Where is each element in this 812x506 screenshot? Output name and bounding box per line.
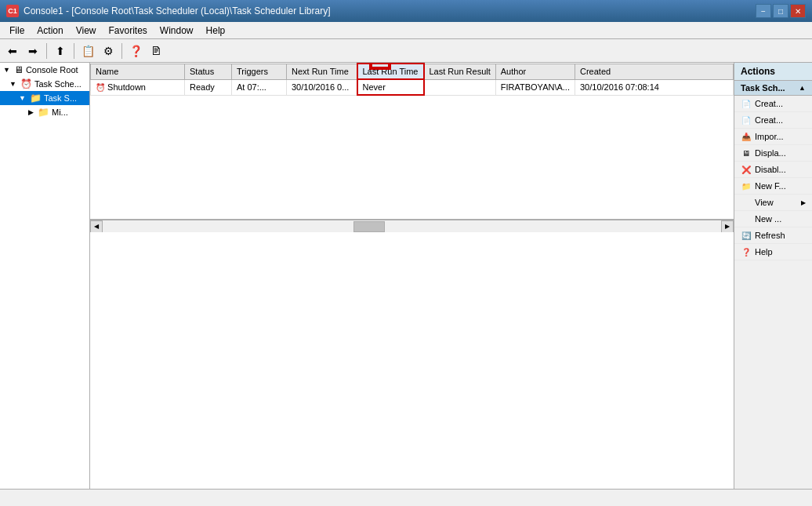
scroll-thumb[interactable] xyxy=(353,221,385,232)
main-area: ▼ 🖥 Console Root ▼ ⏰ Task Sche... ▼ 📁 Ta… xyxy=(0,63,812,489)
tree-item-task-scheduler[interactable]: ▼ ⏰ Task Sche... xyxy=(0,77,89,91)
cell-next-run-time: 30/10/2016 0... xyxy=(287,79,357,95)
menu-view[interactable]: View xyxy=(70,24,103,38)
table-header-row: Name Status Triggers Next Run Time Last … xyxy=(91,64,734,79)
table-row[interactable]: ⏰ Shutdown Ready At 07:... 30/10/2016 0.… xyxy=(91,79,734,95)
show-hide-button[interactable]: 📋 xyxy=(78,42,97,60)
action-disable-label: Disabl... xyxy=(755,165,786,174)
col-last-run-time[interactable]: Last Run Time xyxy=(357,64,424,79)
action-create-basic[interactable]: 📄 Creat... xyxy=(734,96,812,112)
scroll-left-arrow[interactable]: ◀ xyxy=(90,220,103,233)
task-scheduler-icon: ⏰ xyxy=(20,78,32,89)
console-root-label: Console Root xyxy=(26,65,78,75)
task-scheduler-label: Task Sche... xyxy=(34,79,82,89)
col-triggers[interactable]: Triggers xyxy=(232,64,287,79)
horizontal-scrollbar[interactable]: ◀ ▶ xyxy=(90,220,734,232)
forward-button[interactable]: ➡ xyxy=(24,42,42,60)
action-view-label: View xyxy=(755,198,774,207)
create-task-icon: 📄 xyxy=(741,115,752,126)
task-library-icon: 📁 xyxy=(30,93,42,104)
import-icon: 📥 xyxy=(741,131,752,142)
cell-status: Ready xyxy=(185,79,232,95)
close-button[interactable]: ✕ xyxy=(790,4,806,18)
center-panel: Name Status Triggers Next Run Time Last … xyxy=(90,63,734,489)
expand-console-root[interactable]: ▼ xyxy=(3,66,10,74)
tree-item-microsoft[interactable]: ▶ 📁 Mi... xyxy=(0,105,89,119)
toolbar-separator-2 xyxy=(74,43,74,59)
new-folder-icon: 📁 xyxy=(741,180,752,191)
expand-microsoft[interactable]: ▶ xyxy=(28,108,34,116)
action-refresh-label: Refresh xyxy=(755,231,785,240)
menu-action[interactable]: Action xyxy=(31,24,69,38)
action-new-window[interactable]: New ... xyxy=(734,211,812,228)
scroll-track[interactable] xyxy=(103,220,721,232)
action-import[interactable]: 📥 Impor... xyxy=(734,129,812,145)
col-created[interactable]: Created xyxy=(575,64,733,79)
menu-favorites[interactable]: Favorites xyxy=(103,24,154,38)
microsoft-label: Mi... xyxy=(52,107,68,117)
create-basic-icon: 📄 xyxy=(741,98,752,109)
col-next-run-time[interactable]: Next Run Time xyxy=(287,64,357,79)
col-last-run-result[interactable]: Last Run Result xyxy=(424,64,496,79)
tree-item-task-scheduler-library[interactable]: ▼ 📁 Task S... xyxy=(0,91,89,105)
col-status[interactable]: Status xyxy=(185,64,232,79)
cell-triggers: At 07:... xyxy=(232,79,287,95)
action-help-label: Help xyxy=(755,247,773,257)
cell-author: FIRATBOYAN\A... xyxy=(495,79,575,95)
action-help[interactable]: ❓ Help xyxy=(734,244,812,260)
action-create-basic-label: Creat... xyxy=(755,99,783,108)
menu-window[interactable]: Window xyxy=(154,24,200,38)
display-icon: 🖥 xyxy=(741,147,752,158)
cell-last-run-result xyxy=(424,79,496,95)
action-display[interactable]: 🖥 Displa... xyxy=(734,145,812,162)
console-root-icon: 🖥 xyxy=(14,64,24,75)
action-import-label: Impor... xyxy=(755,132,784,141)
scroll-right-arrow[interactable]: ▶ xyxy=(721,220,734,233)
toolbar-separator-1 xyxy=(46,43,47,59)
cell-name: ⏰ Shutdown xyxy=(91,79,185,95)
toolbar: ⬅ ➡ ⬆ 📋 ⚙ ❓ 🖹 xyxy=(0,39,812,63)
refresh-icon: 🔄 xyxy=(741,230,752,241)
mmc-button[interactable]: 🖹 xyxy=(147,42,165,60)
actions-header: Actions xyxy=(734,63,812,81)
action-create-task[interactable]: 📄 Creat... xyxy=(734,112,812,129)
properties-button[interactable]: ⚙ xyxy=(99,42,118,60)
microsoft-icon: 📁 xyxy=(38,107,49,118)
actions-section-task-scheduler[interactable]: Task Sch... ▲ xyxy=(734,81,812,96)
actions-section-label: Task Sch... xyxy=(741,83,785,93)
expand-task-scheduler[interactable]: ▼ xyxy=(9,80,16,88)
title-bar: C1 Console1 - [Console Root\Task Schedul… xyxy=(0,0,812,22)
window-title: Console1 - [Console Root\Task Scheduler … xyxy=(24,5,331,16)
col-author[interactable]: Author xyxy=(495,64,575,79)
tasks-table: Name Status Triggers Next Run Time Last … xyxy=(90,63,734,96)
action-disable[interactable]: ❌ Disabl... xyxy=(734,162,812,178)
right-panel: Actions Task Sch... ▲ 📄 Creat... 📄 Creat… xyxy=(734,63,812,489)
menu-file[interactable]: File xyxy=(3,24,31,38)
disable-icon: ❌ xyxy=(741,164,752,175)
window-controls: − □ ✕ xyxy=(756,4,806,18)
view-icon xyxy=(741,197,752,208)
table-area: Name Status Triggers Next Run Time Last … xyxy=(90,63,734,220)
status-bar xyxy=(0,489,812,506)
minimize-button[interactable]: − xyxy=(756,4,771,18)
menu-help[interactable]: Help xyxy=(200,24,232,38)
expand-task-library[interactable]: ▼ xyxy=(19,94,26,102)
action-new-folder-label: New F... xyxy=(755,181,786,191)
new-window-icon xyxy=(741,213,752,224)
restore-button[interactable]: □ xyxy=(773,4,788,18)
help-toolbar-button[interactable]: ❓ xyxy=(126,42,145,60)
action-new-window-label: New ... xyxy=(755,214,781,224)
action-create-task-label: Creat... xyxy=(755,115,783,125)
up-button[interactable]: ⬆ xyxy=(51,42,70,60)
action-refresh[interactable]: 🔄 Refresh xyxy=(734,228,812,244)
help-icon: ❓ xyxy=(741,246,752,257)
action-display-label: Displa... xyxy=(755,148,786,158)
action-view[interactable]: View xyxy=(734,195,812,211)
col-name[interactable]: Name xyxy=(91,64,185,79)
toolbar-separator-3 xyxy=(121,43,122,59)
action-new-folder[interactable]: 📁 New F... xyxy=(734,178,812,195)
tree-item-console-root[interactable]: ▼ 🖥 Console Root xyxy=(0,63,89,77)
back-button[interactable]: ⬅ xyxy=(3,42,22,60)
left-panel: ▼ 🖥 Console Root ▼ ⏰ Task Sche... ▼ 📁 Ta… xyxy=(0,63,90,489)
menu-bar: File Action View Favorites Window Help xyxy=(0,22,812,39)
